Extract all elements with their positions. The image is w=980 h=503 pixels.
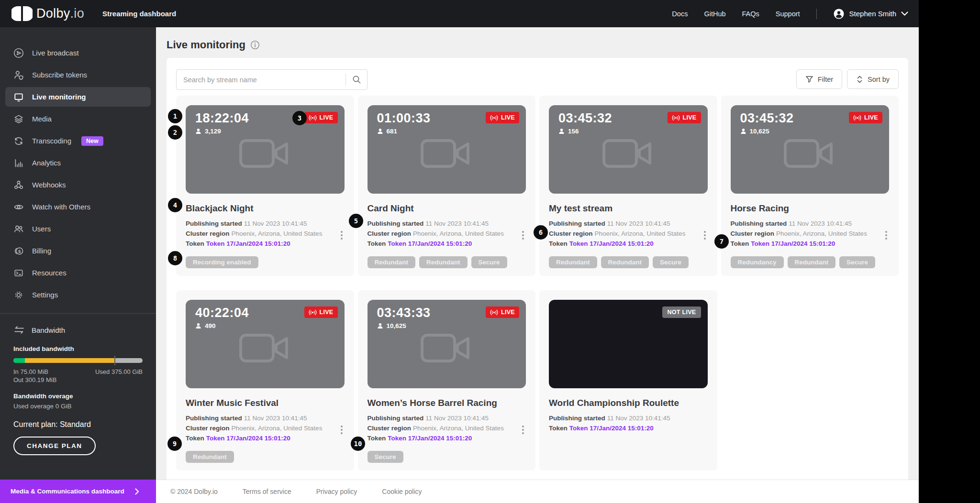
- viewer-count: 490: [195, 322, 249, 329]
- kebab-menu-button[interactable]: [339, 424, 345, 436]
- token-link[interactable]: Token 17/Jan/2024 15:01:20: [206, 435, 290, 442]
- nav-link-support[interactable]: Support: [776, 10, 800, 18]
- bandwidth-section: Bandwidth Included bandwidth In 75.00 Mi…: [0, 314, 156, 455]
- cluster-region-value: Phoenix, Arizona, United States: [776, 230, 867, 237]
- viewer-count: 3,129: [195, 128, 249, 135]
- sidebar-item-subscribe-tokens[interactable]: Subscribe tokens: [5, 65, 151, 85]
- stream-title: Card Night: [368, 203, 526, 214]
- bandwidth-bar: [13, 358, 143, 363]
- stream-thumbnail: 03:43:33 10,625 LIVE: [368, 300, 526, 388]
- token-link[interactable]: Token 17/Jan/2024 15:01:20: [569, 425, 654, 432]
- broadcast-live-icon: [309, 115, 317, 121]
- sidebar-item-live-broadcast[interactable]: Live broadcast: [5, 43, 151, 63]
- sort-by-button[interactable]: Sort by: [847, 69, 899, 89]
- sidebar-item-transcoding[interactable]: Transcoding New: [5, 131, 151, 151]
- bandwidth-arrows-icon: [13, 325, 25, 335]
- app-window: Dolby.io Streaming dashboard Docs GitHub…: [0, 0, 919, 503]
- token-link[interactable]: Token 17/Jan/2024 15:01:20: [206, 240, 290, 247]
- video-camera-icon: [783, 135, 836, 174]
- subscribe-tokens-icon: [13, 70, 24, 80]
- kebab-menu-button[interactable]: [520, 424, 526, 436]
- search-input[interactable]: [177, 76, 345, 84]
- new-badge: New: [81, 136, 103, 146]
- footer-link-terms[interactable]: Terms of service: [243, 488, 291, 495]
- video-camera-icon: [601, 135, 655, 174]
- live-badge: LIVE: [486, 112, 519, 123]
- token-link[interactable]: Token 17/Jan/2024 15:01:20: [751, 240, 835, 247]
- transcode-icon: [13, 136, 24, 146]
- nav-link-github[interactable]: GitHub: [704, 10, 725, 18]
- viewer-icon: [377, 323, 383, 329]
- stream-tag: Recording enabled: [186, 256, 258, 268]
- kebab-menu-button[interactable]: [702, 229, 708, 241]
- sidebar-item-live-monitoring[interactable]: Live monitoring: [5, 87, 151, 107]
- sidebar-item-analytics[interactable]: Analytics: [5, 153, 151, 173]
- viewer-icon: [195, 128, 201, 134]
- sidebar-item-media[interactable]: Media: [5, 109, 151, 129]
- sidebar-item-label: Settings: [32, 291, 58, 299]
- footer-link-privacy[interactable]: Privacy policy: [316, 488, 357, 495]
- search-icon: [352, 75, 361, 84]
- sidebar-item-label: Billing: [32, 247, 51, 255]
- video-camera-icon: [238, 135, 292, 174]
- stream-tag: Secure: [653, 256, 689, 268]
- stream-timer: 03:45:32: [558, 111, 612, 126]
- viewer-icon: [558, 128, 565, 134]
- live-badge: LIVE: [486, 306, 519, 318]
- sidebar-item-watch-with-others[interactable]: Watch with Others: [5, 197, 151, 217]
- publishing-started-value: 11 Nov 2023 10:41:45: [607, 415, 670, 422]
- stream-card: 03:45:32 10,625 LIVE Horse Racing Publis…: [721, 96, 899, 276]
- cluster-region-value: Phoenix, Arizona, United States: [232, 230, 323, 237]
- sidebar-item-users[interactable]: Users: [5, 219, 151, 239]
- change-plan-button[interactable]: CHANGE PLAN: [13, 437, 96, 455]
- sidebar-item-resources[interactable]: Resources: [5, 263, 151, 283]
- footer-link-cookie[interactable]: Cookie policy: [382, 488, 422, 495]
- nav-link-faqs[interactable]: FAQs: [742, 10, 759, 18]
- kebab-menu-button[interactable]: [883, 229, 889, 241]
- page-title: Live monitoring: [167, 39, 245, 51]
- token-link[interactable]: Token 17/Jan/2024 15:01:20: [569, 240, 654, 247]
- bandwidth-used: Used 375.00 GiB: [95, 368, 143, 384]
- eye-icon: [13, 202, 24, 212]
- stream-card: 18:22:04 3,129 LIVE Blackjack Night Publ…: [176, 96, 354, 276]
- viewer-icon: [195, 323, 201, 329]
- stream-timer: 40:22:04: [195, 306, 249, 320]
- filter-button[interactable]: Filter: [796, 69, 842, 89]
- cluster-region-value: Phoenix, Arizona, United States: [413, 425, 504, 432]
- sidebar-item-settings[interactable]: Settings: [5, 285, 151, 305]
- stream-tag: Secure: [368, 451, 403, 463]
- broadcast-live-icon: [672, 115, 680, 121]
- dolby-logo[interactable]: Dolby.io: [11, 6, 84, 22]
- stream-card: 03:45:32 156 LIVE My test stream Publish…: [539, 96, 717, 276]
- stream-tag: Secure: [471, 256, 507, 268]
- stream-thumbnail: 18:22:04 3,129 LIVE: [186, 105, 345, 194]
- kebab-menu-button[interactable]: [339, 229, 345, 241]
- user-name: Stephen Smith: [849, 10, 896, 18]
- stream-tags: RedundantRedundantSecure: [549, 256, 708, 268]
- broadcast-live-icon: [853, 115, 861, 121]
- avatar-icon: [833, 8, 845, 20]
- stream-title: My test stream: [549, 203, 708, 214]
- token-link[interactable]: Token 17/Jan/2024 15:01:20: [388, 240, 472, 247]
- nav-link-docs[interactable]: Docs: [672, 10, 688, 18]
- user-menu[interactable]: Stephen Smith: [833, 8, 908, 20]
- billing-icon: $: [13, 246, 24, 256]
- sidebar-item-billing[interactable]: $ Billing: [5, 241, 151, 261]
- stream-timer: 03:45:32: [740, 111, 794, 126]
- stream-title: Winter Music Festival: [186, 398, 345, 408]
- bandwidth-in: In 75.00 MiB: [13, 368, 56, 376]
- token-link[interactable]: Token 17/Jan/2024 15:01:20: [388, 435, 472, 442]
- stream-title: Blackjack Night: [186, 203, 345, 214]
- webhooks-icon: [13, 180, 24, 190]
- top-bar: Dolby.io Streaming dashboard Docs GitHub…: [0, 0, 919, 27]
- publishing-started-value: 11 Nov 2023 10:41:45: [244, 415, 307, 422]
- info-icon[interactable]: [250, 40, 260, 50]
- sidebar-item-label: Media: [32, 115, 52, 123]
- broadcast-live-icon: [490, 115, 498, 121]
- product-name: Streaming dashboard: [102, 10, 176, 18]
- kebab-menu-button[interactable]: [520, 229, 526, 241]
- sidebar-item-webhooks[interactable]: Webhooks: [5, 175, 151, 195]
- media-communications-dashboard-button[interactable]: Media & Communications dashboard: [0, 480, 156, 503]
- search-button[interactable]: [346, 70, 367, 89]
- sidebar-item-label: Live monitoring: [32, 93, 86, 101]
